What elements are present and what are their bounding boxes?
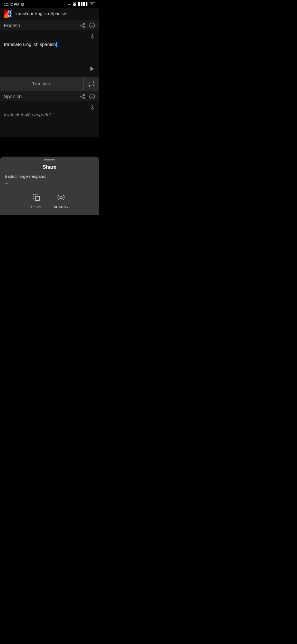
svg-line-11	[82, 24, 83, 25]
svg-point-21	[90, 94, 95, 99]
source-lang-section: English	[0, 20, 99, 30]
svg-line-19	[82, 97, 83, 98]
spain-flag	[4, 10, 8, 18]
share-ellipsis: ...	[5, 179, 94, 185]
svg-point-17	[81, 96, 82, 97]
status-right: ∗ ⏰ ▋▋▋▋ 85	[68, 2, 95, 6]
translate-button-label: Translate	[32, 81, 51, 87]
share-bottom-sheet: Share traducir ingles español ... COPY	[0, 157, 99, 215]
app-bar-left: Translator English Spanish	[4, 10, 66, 18]
time-display: 12:42 PM	[4, 2, 19, 6]
source-input-text[interactable]: translate English spanish	[4, 41, 95, 48]
signal-icon: ▋▋▋▋	[78, 2, 88, 6]
sheet-handle	[44, 159, 55, 160]
target-lang-header: Spanish	[4, 94, 95, 100]
translate-row: Translate	[0, 77, 99, 91]
target-lang-dropdown-button[interactable]	[89, 94, 95, 100]
source-lang-label: English	[4, 23, 20, 29]
source-lang-header: English	[4, 23, 95, 29]
translate-button[interactable]: Translate	[0, 77, 84, 91]
svg-point-8	[81, 25, 82, 26]
svg-marker-15	[90, 67, 94, 71]
svg-rect-24	[35, 197, 39, 201]
share-sheet-title: Share	[0, 163, 99, 173]
source-input-area[interactable]: translate English spanish	[0, 30, 99, 77]
source-lang-dropdown-button[interactable]	[89, 23, 95, 29]
svg-line-20	[82, 95, 83, 96]
source-mic-button[interactable]	[90, 34, 95, 40]
app-bar: Translator English Spanish ⋮	[0, 8, 99, 20]
source-share-button[interactable]	[80, 23, 85, 28]
target-lang-actions	[80, 94, 95, 100]
trash-icon: 🗑	[21, 2, 24, 6]
share-sheet-content: traducir ingles español ...	[0, 173, 99, 190]
app-icon	[4, 10, 12, 18]
battery-level: 85	[91, 3, 94, 6]
share-text: traducir ingles español	[5, 173, 94, 180]
app-title: Translator English Spanish	[14, 11, 66, 16]
copy-icon	[30, 191, 42, 203]
nearby-label: NEARBY	[53, 205, 69, 209]
svg-point-18	[83, 97, 85, 99]
svg-point-9	[83, 26, 85, 28]
target-mic-button[interactable]	[90, 105, 95, 111]
status-time: 12:42 PM 🗑	[4, 2, 24, 6]
bluetooth-icon: ∗	[68, 2, 71, 6]
source-lang-actions	[80, 23, 95, 29]
text-cursor	[56, 42, 57, 47]
target-output-area: traducir inglés español	[0, 101, 99, 137]
target-text-content: traducir inglés español	[4, 112, 51, 118]
target-lang-label: Spanish	[4, 94, 22, 100]
nearby-icon	[55, 191, 67, 203]
copy-action[interactable]: COPY	[30, 191, 42, 209]
svg-point-25	[60, 196, 62, 198]
battery-indicator: 85	[90, 2, 95, 6]
target-share-button[interactable]	[80, 94, 85, 99]
svg-point-7	[83, 23, 85, 25]
target-lang-section: Spanish	[0, 91, 99, 101]
share-actions: COPY NEARBY	[0, 190, 99, 209]
copy-label: COPY	[31, 205, 42, 209]
svg-point-16	[83, 94, 85, 96]
alarm-icon: ⏰	[72, 2, 77, 6]
target-output-text: traducir inglés español	[4, 112, 95, 118]
source-text-content: translate English spanish	[4, 41, 56, 48]
svg-line-10	[82, 26, 83, 27]
swap-languages-button[interactable]	[84, 77, 99, 91]
status-bar: 12:42 PM 🗑 ∗ ⏰ ▋▋▋▋ 85	[0, 0, 99, 8]
more-menu-button[interactable]: ⋮	[90, 10, 95, 17]
svg-point-12	[90, 23, 95, 28]
source-play-button[interactable]	[89, 66, 95, 73]
uk-flag	[8, 10, 12, 18]
nearby-action[interactable]: NEARBY	[53, 191, 69, 209]
